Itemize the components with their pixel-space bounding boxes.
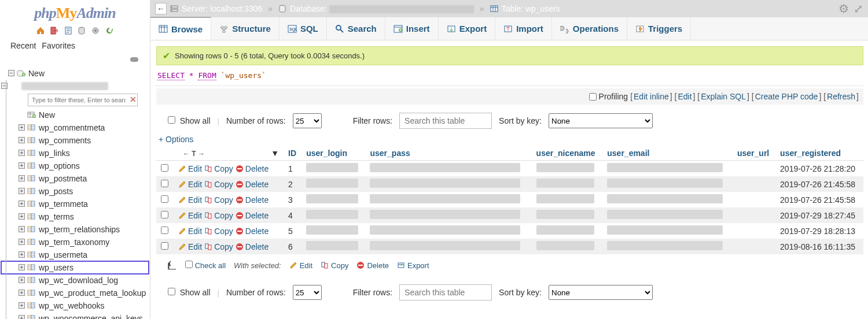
col-ID[interactable]: ID [284,146,301,161]
row-checkbox[interactable] [161,227,168,234]
tree-table-wp_commentmeta[interactable]: +wp_commentmeta [1,121,149,134]
row-copy[interactable]: Copy [204,211,233,220]
tab-search[interactable]: Search [327,17,385,40]
row-edit[interactable]: Edit [178,227,202,236]
options-link[interactable]: + Options [156,133,196,146]
tab-triggers[interactable]: Triggers [627,17,691,40]
tree-table-wp_links[interactable]: +wp_links [1,147,149,160]
tree-table-wp_users[interactable]: +wp_users [1,261,149,274]
plus-icon[interactable]: + [19,315,25,319]
minus-icon[interactable]: − [8,70,14,76]
minus-icon[interactable]: − [1,83,8,89]
tree-table-wp_terms[interactable]: +wp_terms [1,210,149,223]
filter-rows-input[interactable] [399,113,492,129]
row-delete[interactable]: Delete [236,180,269,189]
col-user_email[interactable]: user_email [602,146,733,161]
bulk-delete[interactable]: Delete [356,261,389,270]
page-settings-icon[interactable]: ⚙ [838,2,849,16]
plus-icon[interactable]: + [19,251,25,258]
tree-table-wp_term_relationships[interactable]: +wp_term_relationships [1,223,149,236]
clear-filter-icon[interactable]: ✕ [130,95,137,104]
plus-icon[interactable]: + [19,137,25,143]
row-edit[interactable]: Edit [178,211,202,220]
plus-icon[interactable]: + [19,150,25,156]
tab-export[interactable]: Export [439,17,496,40]
logout-icon[interactable] [50,26,59,35]
row-delete[interactable]: Delete [236,227,269,236]
sidebar-tab-favorites[interactable]: Favorites [42,41,75,50]
sql-query[interactable]: SELECT * FROM `wp_users` [156,69,863,86]
plus-icon[interactable]: + [19,226,25,232]
col-user_pass[interactable]: user_pass [365,146,531,161]
row-delete[interactable]: Delete [236,242,269,251]
row-copy[interactable]: Copy [204,242,233,251]
tree-table-wp_termmeta[interactable]: +wp_termmeta [1,198,149,210]
sort-key-select-2[interactable]: None [549,285,653,300]
row-delete[interactable]: Delete [236,211,269,220]
tab-structure[interactable]: Structure [211,17,279,40]
plus-icon[interactable]: + [19,302,25,309]
plus-icon[interactable]: + [19,188,25,194]
tab-sql[interactable]: SQLSQL [279,17,327,40]
col-user_url[interactable]: user_url [733,146,775,161]
tab-import[interactable]: Import [495,17,552,40]
action-edit[interactable]: Edit [678,92,692,101]
row-checkbox[interactable] [161,195,168,203]
sql-icon[interactable] [77,26,86,35]
tree-table-wp_postmeta[interactable]: +wp_postmeta [1,172,149,185]
tree-table-wp_posts[interactable]: +wp_posts [1,185,149,198]
show-all-checkbox-2[interactable] [168,288,175,295]
action-create-php-code[interactable]: Create PHP code [755,92,818,101]
docs-icon[interactable] [64,26,73,35]
tree-db-node[interactable]: − [1,80,149,92]
bc-table-link[interactable]: wp_users [525,4,560,13]
row-delete[interactable]: Delete [236,164,269,173]
tree-table-wp_wc_webhooks[interactable]: +wp_wc_webhooks [1,299,149,312]
filter-rows-input-2[interactable] [399,284,492,301]
tree-new[interactable]: − New [1,67,149,80]
tab-operations[interactable]: Operations [552,17,627,40]
bulk-edit[interactable]: Edit [289,261,312,270]
collapse-icon[interactable] [130,57,138,62]
sidebar-tab-recent[interactable]: Recent [10,41,36,50]
action-explain-sql[interactable]: Explain SQL [701,92,746,101]
row-checkbox[interactable] [161,242,168,250]
tree-table-wp_options[interactable]: +wp_options [1,160,149,172]
plus-icon[interactable]: + [19,264,25,270]
action-refresh[interactable]: Refresh [827,92,855,101]
show-all-checkbox[interactable] [168,116,175,124]
row-checkbox[interactable] [161,164,168,172]
check-all-label[interactable]: Check all [195,261,226,270]
row-delete[interactable]: Delete [236,195,269,205]
plus-icon[interactable]: + [19,290,25,296]
tree-table-wp_wc_download_log[interactable]: +wp_wc_download_log [1,274,149,287]
tree-table-wp_comments[interactable]: +wp_comments [1,134,149,147]
col-user_nicename[interactable]: user_nicename [532,146,603,161]
num-rows-select[interactable]: 25 [293,113,322,128]
tree-table-wp_wc_product_meta_lookup[interactable]: +wp_wc_product_meta_lookup [1,287,149,299]
plus-icon[interactable]: + [19,201,25,207]
row-checkbox[interactable] [161,211,168,218]
reload-icon[interactable] [105,26,114,35]
row-edit[interactable]: Edit [178,195,202,205]
tree-table-wp_usermeta[interactable]: +wp_usermeta [1,248,149,261]
row-copy[interactable]: Copy [204,164,233,173]
row-copy[interactable]: Copy [204,227,233,236]
plus-icon[interactable]: + [19,213,25,220]
bulk-copy[interactable]: Copy [321,261,348,270]
row-checkbox[interactable] [161,180,168,187]
tree-table-wp_woocommerce_api_keys[interactable]: +wp_woocommerce_api_keys [1,312,149,319]
row-edit[interactable]: Edit [178,242,202,251]
plus-icon[interactable]: + [19,239,25,245]
check-all-checkbox[interactable] [185,261,193,268]
num-rows-select-2[interactable]: 25 [293,285,322,300]
plus-icon[interactable]: + [19,175,25,181]
row-copy[interactable]: Copy [204,180,233,189]
plus-icon[interactable]: + [19,277,25,283]
tree-table-wp_term_taxonomy[interactable]: +wp_term_taxonomy [1,236,149,248]
tree-inner-new[interactable]: New [1,109,149,121]
tree-filter-input[interactable] [28,94,138,106]
row-edit[interactable]: Edit [178,180,202,189]
col-user_registered[interactable]: user_registered [775,146,863,161]
profiling-checkbox[interactable] [589,93,597,101]
